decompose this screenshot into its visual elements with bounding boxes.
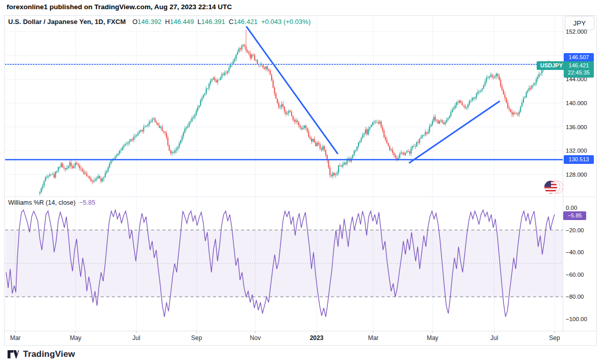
resistance-price-label: 146.507 <box>564 53 594 62</box>
last-price-value: 146.421 <box>564 62 594 69</box>
publisher-attribution: forexonline1 published on TradingView.co… <box>7 3 232 11</box>
tradingview-published-chart: forexonline1 published on TradingView.co… <box>0 0 601 364</box>
time-tick-label: Mar <box>10 334 21 342</box>
axis-tick-label: 152.000 <box>566 28 587 35</box>
currency-pair-flags-icon <box>544 180 565 195</box>
time-tick-label: May <box>427 334 439 342</box>
time-axis-border <box>5 331 596 331</box>
symbol-header: U.S. Dollar / Japanese Yen, 1D, FXCM O14… <box>8 18 310 26</box>
ohlc-close: C146.421 <box>229 18 257 26</box>
axis-tick-label: −80.00 <box>566 293 584 300</box>
price-change: +0.043 (+0.03%) <box>261 18 310 26</box>
time-tick-label: Sep <box>191 334 202 342</box>
symbol-title[interactable]: U.S. Dollar / Japanese Yen, 1D, FXCM <box>8 18 126 26</box>
time-tick-label: May <box>70 334 82 342</box>
last-price-label: 146.421 22:45:35 <box>564 61 594 78</box>
axis-tick-label: 128.000 <box>566 171 587 178</box>
uptrend-line[interactable] <box>410 102 499 163</box>
time-tick-label: Jul <box>490 334 498 342</box>
ohlc-low: L146.391 <box>198 18 225 26</box>
support-price-label: 130.513 <box>564 155 594 164</box>
indicator-value: −5.85 <box>79 199 95 206</box>
ohlc-high: H146.449 <box>165 18 194 26</box>
time-tick-label: Sep <box>549 334 560 342</box>
ohlc-open: O146.392 <box>132 18 161 26</box>
us-flag-icon <box>544 181 557 193</box>
candles-layer <box>39 30 551 196</box>
time-tick-label: 2023 <box>310 334 324 342</box>
axis-tick-label: 0.00 <box>566 204 577 211</box>
time-tick-label: Mar <box>368 334 379 342</box>
axis-tick-label: −60.00 <box>566 271 584 278</box>
axis-tick-label: −100.00 <box>566 316 587 323</box>
symbol-price-flag: USDJPY <box>537 61 566 70</box>
axis-tick-label: −40.00 <box>566 249 584 256</box>
time-tick-label: Jul <box>132 334 140 342</box>
tradingview-logo[interactable]: TradingView <box>7 349 75 359</box>
chart-canvas[interactable] <box>0 0 601 364</box>
indicator-name: Williams %R (14, close) <box>8 199 76 206</box>
indicator-legend[interactable]: Williams %R (14, close)−5.85 <box>8 199 95 206</box>
tradingview-wordmark: TradingView <box>23 349 75 359</box>
tradingview-glyph-icon <box>7 349 19 359</box>
downtrend-line[interactable] <box>247 27 338 154</box>
bar-countdown: 22:45:35 <box>564 69 594 76</box>
time-tick-label: Nov <box>250 334 260 342</box>
williams-band-layer <box>5 230 563 297</box>
axis-tick-label: 140.000 <box>566 100 587 107</box>
axis-tick-label: −20.00 <box>566 227 584 234</box>
axis-tick-label: 136.000 <box>566 124 587 131</box>
pane-divider[interactable] <box>5 197 596 197</box>
williams-r-value-label: −5.85 <box>563 211 586 220</box>
axis-tick-label: 132.000 <box>566 147 587 154</box>
